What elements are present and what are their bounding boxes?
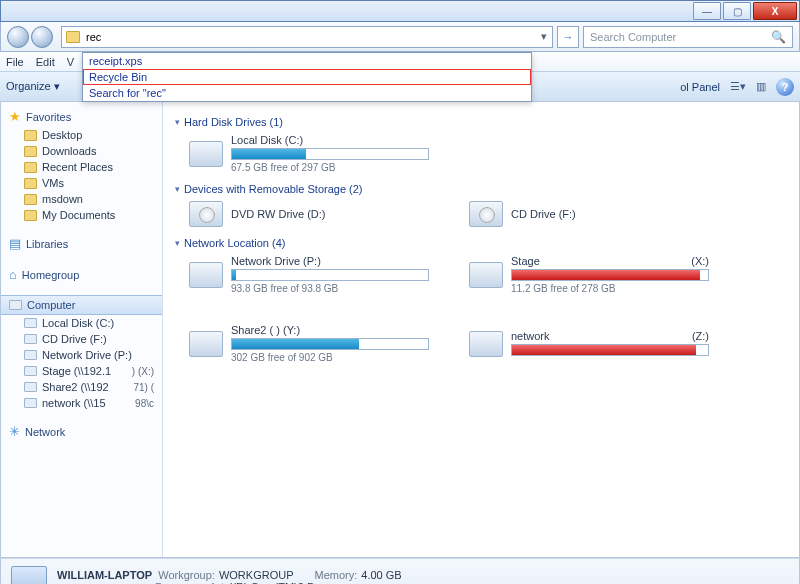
menu-file[interactable]: File — [6, 56, 24, 68]
nav-item-downloads[interactable]: Downloads — [1, 143, 162, 159]
drive-label: DVD RW Drive (D:) — [231, 208, 429, 220]
usage-bar — [511, 269, 709, 281]
nav-homegroup[interactable]: ⌂Homegroup — [1, 264, 162, 285]
drive-cd[interactable]: CD Drive (F:) — [469, 201, 709, 227]
computer-icon — [9, 300, 22, 310]
search-box[interactable]: Search Computer 🔍 — [583, 26, 793, 48]
drive-icon — [24, 382, 37, 392]
folder-icon — [24, 162, 37, 173]
window-titlebar: — ▢ X — [0, 0, 800, 22]
nav-item-my-documents[interactable]: My Documents — [1, 207, 162, 223]
nav-network[interactable]: ✳Network — [1, 421, 162, 442]
chevron-down-icon: ▾ — [175, 238, 180, 248]
usage-bar — [231, 269, 429, 281]
nav-item-network-drive-z[interactable]: network (\\15 98\c — [1, 395, 162, 411]
homegroup-icon: ⌂ — [9, 267, 17, 282]
address-bar[interactable]: ▾ — [61, 26, 553, 48]
nav-item-share2[interactable]: Share2 (\\192 71) ( — [1, 379, 162, 395]
drive-icon — [24, 366, 37, 376]
content-pane: ▾Hard Disk Drives (1) Local Disk (C:) 67… — [163, 102, 799, 557]
autocomplete-item[interactable]: Recycle Bin — [83, 69, 531, 85]
nav-computer[interactable]: Computer — [1, 295, 162, 315]
star-icon: ★ — [9, 109, 21, 124]
minimize-button[interactable]: — — [693, 2, 721, 20]
workgroup-value: WORKGROUP — [219, 569, 294, 581]
navigation-bar: ▾ → Search Computer 🔍 — [0, 22, 800, 52]
folder-icon — [24, 210, 37, 221]
drive-subtext: 11.2 GB free of 278 GB — [511, 283, 709, 294]
group-network-location[interactable]: ▾Network Location (4) — [175, 237, 787, 249]
forward-button[interactable] — [31, 26, 53, 48]
drive-local-disk[interactable]: Local Disk (C:) 67.5 GB free of 297 GB — [189, 134, 429, 173]
help-button[interactable]: ? — [776, 78, 794, 96]
chevron-down-icon: ▾ — [175, 117, 180, 127]
drive-network-z[interactable]: network(Z:) — [469, 324, 709, 363]
network-drive-icon — [189, 262, 223, 288]
drive-network-p[interactable]: Network Drive (P:) 93.8 GB free of 93.8 … — [189, 255, 429, 294]
address-dropdown-icon[interactable]: ▾ — [536, 30, 552, 43]
drive-icon — [24, 350, 37, 360]
drive-icon — [24, 334, 37, 344]
network-drive-icon — [189, 331, 223, 357]
drive-icon — [189, 141, 223, 167]
drive-dvd-rw[interactable]: DVD RW Drive (D:) — [189, 201, 429, 227]
nav-item-cd-drive[interactable]: CD Drive (F:) — [1, 331, 162, 347]
nav-favorites[interactable]: ★Favorites — [1, 106, 162, 127]
maximize-button[interactable]: ▢ — [723, 2, 751, 20]
drive-icon — [24, 398, 37, 408]
drive-share2-y[interactable]: Share2 ( ) (Y:) 302 GB free of 902 GB — [189, 324, 429, 363]
memory-label: Memory: — [315, 569, 358, 581]
nav-item-desktop[interactable]: Desktop — [1, 127, 162, 143]
folder-icon — [24, 178, 37, 189]
usage-bar — [511, 344, 709, 356]
nav-item-network-drive[interactable]: Network Drive (P:) — [1, 347, 162, 363]
organize-button[interactable]: Organize ▾ — [6, 80, 60, 93]
nav-item-stage[interactable]: Stage (\\192.1) (X:) — [1, 363, 162, 379]
autocomplete-item[interactable]: receipt.xps — [83, 53, 531, 69]
menu-edit[interactable]: Edit — [36, 56, 55, 68]
libraries-icon: ▤ — [9, 236, 21, 251]
drive-label: Local Disk (C:) — [231, 134, 429, 146]
control-panel-link[interactable]: ol Panel — [680, 81, 720, 93]
search-placeholder: Search Computer — [590, 31, 676, 43]
navigation-pane: ★Favorites Desktop Downloads Recent Plac… — [1, 102, 163, 557]
autocomplete-item[interactable]: Search for "rec" — [83, 85, 531, 101]
nav-item-recent-places[interactable]: Recent Places — [1, 159, 162, 175]
go-button[interactable]: → — [557, 26, 579, 48]
search-icon[interactable]: 🔍 — [771, 30, 786, 44]
workgroup-label: Workgroup: — [158, 569, 215, 581]
nav-item-local-disk[interactable]: Local Disk (C:) — [1, 315, 162, 331]
drive-label: Share2 ( ) (Y:) — [231, 324, 429, 336]
view-options-button[interactable]: ☰▾ — [730, 80, 746, 93]
menu-view[interactable]: V — [67, 56, 74, 68]
drive-subtext: 67.5 GB free of 297 GB — [231, 162, 429, 173]
drive-label: Stage(X:) — [511, 255, 709, 267]
network-icon: ✳ — [9, 424, 20, 439]
computer-icon — [11, 566, 47, 584]
address-autocomplete: receipt.xps Recycle Bin Search for "rec" — [82, 52, 532, 102]
drive-label: Network Drive (P:) — [231, 255, 429, 267]
cd-drive-icon — [469, 201, 503, 227]
back-button[interactable] — [7, 26, 29, 48]
folder-icon — [24, 130, 37, 141]
memory-value: 4.00 GB — [361, 569, 401, 581]
group-removable-storage[interactable]: ▾Devices with Removable Storage (2) — [175, 183, 787, 195]
dvd-drive-icon — [189, 201, 223, 227]
network-drive-icon — [469, 331, 503, 357]
close-button[interactable]: X — [753, 2, 797, 20]
network-drive-icon — [469, 262, 503, 288]
address-input[interactable] — [84, 27, 536, 47]
usage-bar — [231, 338, 429, 350]
folder-icon — [66, 31, 80, 43]
folder-icon — [24, 146, 37, 157]
drive-stage-x[interactable]: Stage(X:) 11.2 GB free of 278 GB — [469, 255, 709, 294]
drive-subtext: 302 GB free of 902 GB — [231, 352, 429, 363]
preview-pane-button[interactable]: ▥ — [756, 80, 766, 93]
group-hard-disk-drives[interactable]: ▾Hard Disk Drives (1) — [175, 116, 787, 128]
details-pane: WILLIAM-LAPTOP Workgroup:WORKGROUP Memor… — [0, 558, 800, 584]
nav-libraries[interactable]: ▤Libraries — [1, 233, 162, 254]
drive-icon — [24, 318, 37, 328]
computer-name: WILLIAM-LAPTOP — [57, 569, 152, 581]
nav-item-msdown[interactable]: msdown — [1, 191, 162, 207]
nav-item-vms[interactable]: VMs — [1, 175, 162, 191]
